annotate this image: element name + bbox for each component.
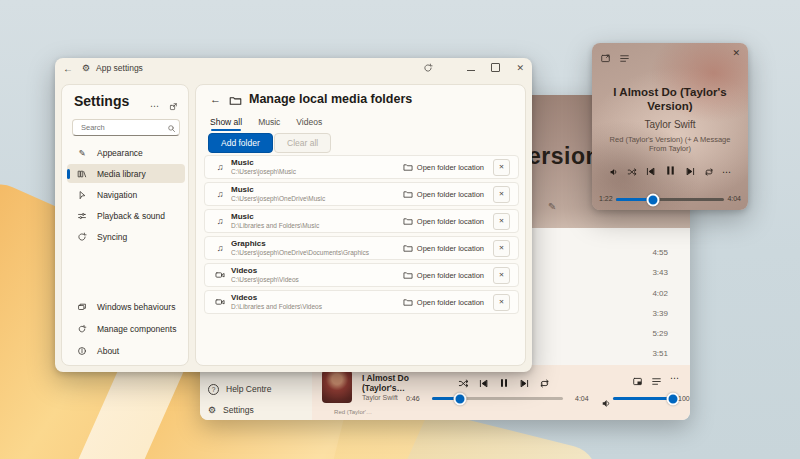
folder-icon — [229, 93, 242, 111]
open-folder-label: Open folder location — [417, 298, 484, 307]
folder-row: ♫ MusicC:\Users\joseph\OneDrive\Music Op… — [204, 182, 519, 206]
queue-icon[interactable] — [619, 50, 630, 68]
volume-icon[interactable] — [601, 395, 612, 413]
pause-button[interactable] — [498, 375, 510, 393]
shuffle-button[interactable] — [458, 375, 469, 393]
search-box[interactable] — [72, 119, 180, 136]
previous-button[interactable] — [478, 375, 489, 393]
settings-nav-item[interactable]: ⚙ Settings — [208, 402, 254, 418]
folder-path: C:\Users\joseph\Videos — [231, 277, 299, 284]
library-icon — [76, 169, 88, 179]
repeat-button[interactable] — [539, 375, 550, 393]
shuffle-button[interactable] — [627, 163, 637, 181]
sidebar-item-label: Syncing — [97, 232, 127, 242]
close-icon[interactable]: ✕ — [732, 48, 740, 58]
mini-album[interactable]: Red (Taylor's Version) (+ A Message From… — [606, 135, 734, 153]
open-folder-location-button[interactable]: Open folder location — [403, 270, 484, 280]
remove-folder-button[interactable]: ✕ — [493, 186, 510, 203]
music-note-icon: ♫ — [213, 243, 227, 253]
gear-icon: ⚙ — [82, 63, 90, 73]
open-folder-location-button[interactable]: Open folder location — [403, 297, 484, 307]
titlebar: ← ⚙ App settings ✕ — [55, 58, 532, 78]
folder-row: ♫ MusicD:\Libraries and Folders\Music Op… — [204, 209, 519, 233]
remove-folder-button[interactable]: ✕ — [493, 294, 510, 311]
gear-icon: ⚙ — [208, 405, 216, 415]
sidebar-item-appearance[interactable]: ✎ Appearance — [67, 143, 185, 162]
total-time: 4:04 — [575, 395, 589, 402]
repeat-button[interactable] — [704, 163, 714, 181]
video-camera-icon — [213, 270, 227, 280]
mini-artist[interactable]: Taylor Swift — [602, 119, 738, 130]
now-playing-title-line2[interactable]: (Taylor's… — [362, 383, 405, 393]
mini-seek-slider[interactable] — [616, 198, 724, 201]
folder-name: Music — [231, 186, 325, 194]
back-icon[interactable]: ← — [63, 63, 73, 74]
mini-total-time: 4:04 — [727, 195, 741, 202]
sidebar-item-navigation[interactable]: Navigation — [67, 185, 185, 204]
settings-nav-label: Settings — [223, 405, 254, 415]
volume-slider[interactable] — [613, 397, 675, 400]
now-playing-artist[interactable]: Taylor Swift — [362, 394, 398, 401]
music-note-icon: ♫ — [213, 162, 227, 172]
search-input[interactable] — [79, 122, 167, 133]
folder-name: Music — [231, 159, 296, 167]
more-icon[interactable]: ⋯ — [150, 101, 159, 111]
mini-player-button[interactable] — [632, 373, 643, 391]
exit-mini-player-icon[interactable] — [600, 50, 611, 68]
more-button[interactable]: ⋯ — [722, 167, 731, 177]
open-folder-location-button[interactable]: Open folder location — [403, 189, 484, 199]
tab-music[interactable]: Music — [258, 117, 280, 131]
windows-icon — [76, 302, 88, 312]
sidebar-item-manage-components[interactable]: Manage components — [67, 319, 185, 338]
popout-icon[interactable] — [169, 97, 178, 115]
volume-icon[interactable] — [609, 163, 619, 181]
sidebar-item-media-library[interactable]: Media library — [67, 164, 185, 183]
queue-button[interactable] — [651, 373, 662, 391]
track-duration: 4:55 — [630, 248, 668, 257]
more-button[interactable]: ⋯ — [670, 373, 680, 391]
remove-folder-button[interactable]: ✕ — [493, 240, 510, 257]
open-folder-location-button[interactable]: Open folder location — [403, 162, 484, 172]
pause-button[interactable] — [664, 163, 677, 181]
sidebar-item-playback-sound[interactable]: Playback & sound — [67, 206, 185, 225]
volume-value: 100 — [678, 395, 690, 402]
next-button[interactable] — [519, 375, 530, 393]
album-art-thumbnail[interactable] — [322, 370, 352, 403]
open-folder-location-button[interactable]: Open folder location — [403, 216, 484, 226]
folder-name: Videos — [231, 267, 299, 275]
cursor-icon — [76, 190, 88, 200]
clear-all-button[interactable]: Clear all — [274, 133, 331, 153]
tab-videos[interactable]: Videos — [296, 117, 322, 131]
open-folder-label: Open folder location — [417, 244, 484, 253]
sidebar-item-about[interactable]: About — [67, 341, 185, 360]
remove-folder-button[interactable]: ✕ — [493, 267, 510, 284]
sync-status-icon[interactable] — [423, 59, 433, 77]
sidebar-item-windows-behaviours[interactable]: Windows behaviours — [67, 297, 185, 316]
tab-show-all[interactable]: Show all — [210, 117, 242, 131]
manage-components-icon — [76, 324, 88, 334]
remove-folder-button[interactable]: ✕ — [493, 213, 510, 230]
folder-path: C:\Users\joseph\Music — [231, 169, 296, 176]
help-centre-item[interactable]: ? Help Centre — [208, 381, 271, 397]
close-button[interactable]: ✕ — [516, 63, 524, 73]
folder-name: Videos — [231, 294, 322, 302]
previous-button[interactable] — [645, 163, 656, 181]
search-icon — [167, 119, 176, 137]
video-camera-icon — [213, 297, 227, 307]
back-icon[interactable]: ← — [210, 93, 221, 105]
minimize-button[interactable] — [467, 63, 475, 73]
maximize-button[interactable] — [491, 63, 500, 74]
sidebar-item-label: Windows behaviours — [97, 302, 175, 312]
sidebar-item-label: Media library — [97, 169, 146, 179]
sidebar-item-syncing[interactable]: Syncing — [67, 227, 185, 246]
next-button[interactable] — [685, 163, 696, 181]
app-settings-window: ← ⚙ App settings ✕ Settings ⋯ ✎ Appearan… — [55, 58, 532, 372]
info-icon — [76, 346, 88, 356]
now-playing-title[interactable]: I Almost Do — [362, 373, 409, 383]
open-folder-location-button[interactable]: Open folder location — [403, 243, 484, 253]
add-folder-button[interactable]: Add folder — [208, 133, 273, 153]
folder-path: D:\Libraries and Folders\Music — [231, 223, 319, 230]
remove-folder-button[interactable]: ✕ — [493, 159, 510, 176]
seek-slider[interactable] — [432, 397, 563, 400]
sidebar-item-label: Manage components — [97, 324, 176, 334]
